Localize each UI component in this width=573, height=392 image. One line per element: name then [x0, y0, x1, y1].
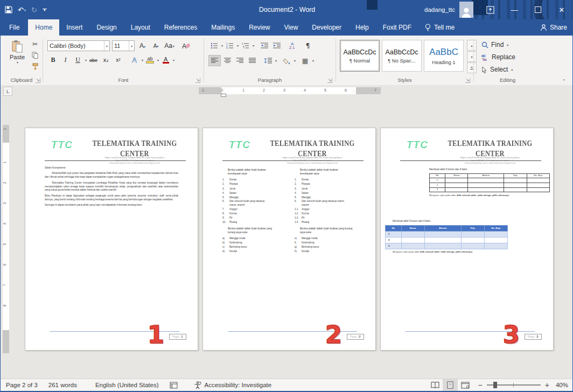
- paste-button[interactable]: Paste ▾: [6, 40, 29, 64]
- print-layout-button[interactable]: [443, 379, 458, 391]
- zoom-slider-handle[interactable]: [493, 382, 497, 388]
- language-indicator[interactable]: English (United States): [90, 382, 164, 388]
- tab-stop-selector[interactable]: L: [3, 87, 12, 96]
- text-effects-dropdown-arrow[interactable]: ▾: [142, 58, 143, 62]
- multilevel-list-button[interactable]: 1ai: [240, 40, 251, 51]
- word-count[interactable]: 261 words: [43, 382, 82, 388]
- horizontal-ruler[interactable]: 1 1 2 3 4 5 6 7: [199, 87, 381, 94]
- tab-file[interactable]: File: [1, 19, 28, 36]
- left-indent-marker[interactable]: [221, 94, 226, 97]
- styled-table[interactable]: NoNamaAlamatTelp.No. Baju 1 2 3: [385, 225, 508, 249]
- cut-button[interactable]: ✂: [30, 39, 40, 49]
- numbering-button[interactable]: 123: [224, 40, 235, 51]
- grow-font-button[interactable]: A▴: [137, 41, 148, 51]
- italic-button[interactable]: I: [60, 55, 71, 65]
- paragraph-dialog-launcher[interactable]: ↘: [327, 78, 332, 83]
- copy-button[interactable]: [30, 50, 40, 60]
- tab-design[interactable]: Design: [89, 19, 123, 36]
- plain-table[interactable]: NoNamaAlamatTelp.No. Baju 1 2 3: [429, 173, 550, 192]
- tab-view[interactable]: View: [277, 19, 305, 36]
- customize-qat-button[interactable]: ▾: [43, 9, 47, 11]
- page-1[interactable]: TTC TELEMATIKA TRAINING CENTER High Land…: [25, 128, 198, 351]
- document-canvas[interactable]: L 1 1 2 3 4 5 6 7 1 1 2 3 4 5 6 7 8 TTC …: [1, 85, 573, 379]
- align-right-button[interactable]: [234, 55, 246, 66]
- style-normal[interactable]: AaBbCcDc ¶ Normal: [340, 40, 380, 72]
- increase-indent-button[interactable]: [271, 40, 282, 51]
- text-effects-button[interactable]: A: [129, 55, 140, 65]
- page3-body[interactable]: Membuat table 5 kolom dan 4 baris NoNama…: [400, 168, 534, 254]
- user-avatar[interactable]: [459, 2, 473, 18]
- clear-formatting-button[interactable]: A: [180, 41, 192, 51]
- bold-button[interactable]: B: [47, 55, 59, 65]
- font-color-button[interactable]: A: [160, 55, 171, 65]
- replace-button[interactable]: abac Replace: [481, 52, 515, 62]
- zoom-slider[interactable]: [487, 384, 541, 386]
- save-button[interactable]: [5, 6, 12, 13]
- tab-help[interactable]: Help: [348, 19, 376, 36]
- superscript-button[interactable]: x²: [113, 55, 124, 65]
- change-case-button[interactable]: Aa▾: [164, 41, 175, 51]
- bullets-button[interactable]: [208, 40, 220, 51]
- page-indicator[interactable]: Page 2 of 3: [1, 382, 43, 388]
- tab-references[interactable]: References: [157, 19, 204, 36]
- justify-button[interactable]: [247, 55, 258, 66]
- line-spacing-button[interactable]: [262, 55, 274, 66]
- page-2[interactable]: TTC TELEMATIKA TRAINING CENTER High Land…: [202, 128, 376, 351]
- tab-mailings[interactable]: Mailings: [204, 19, 242, 36]
- collapse-ribbon-button[interactable]: ⌃: [562, 79, 566, 84]
- close-button[interactable]: ✕: [550, 0, 573, 19]
- strikethrough-button[interactable]: abe: [88, 55, 99, 65]
- numbering-dropdown-arrow[interactable]: ▾: [237, 44, 239, 47]
- ribbon-display-options-button[interactable]: [481, 0, 499, 19]
- right-indent-marker[interactable]: [352, 90, 356, 93]
- underline-button[interactable]: U: [72, 55, 83, 65]
- share-button[interactable]: Share: [540, 19, 567, 36]
- highlight-button[interactable]: ab: [144, 55, 156, 65]
- first-line-indent-marker[interactable]: [221, 87, 225, 90]
- sort-button[interactable]: AZ↓: [286, 40, 298, 51]
- page2-body[interactable]: Berikut adalah daftar buah-buahan kesuka…: [222, 166, 356, 254]
- bullets-dropdown-arrow[interactable]: ▾: [221, 44, 223, 47]
- style-heading1[interactable]: AaBbC Heading 1: [424, 40, 464, 72]
- multilevel-dropdown-arrow[interactable]: ▾: [253, 44, 254, 47]
- minimize-button[interactable]: —: [502, 0, 526, 19]
- zoom-out-button[interactable]: −: [478, 381, 483, 389]
- read-mode-button[interactable]: [428, 379, 443, 391]
- borders-button[interactable]: ▦: [299, 55, 311, 66]
- shading-button[interactable]: [281, 55, 292, 66]
- shading-dropdown-arrow[interactable]: ▾: [294, 59, 296, 62]
- tab-layout[interactable]: Layout: [124, 19, 157, 36]
- clipboard-dialog-launcher[interactable]: ↘: [36, 78, 40, 83]
- vertical-ruler[interactable]: 1 1 2 3 4 5 6 7 8: [3, 125, 9, 353]
- styles-dialog-launcher[interactable]: ↘: [465, 78, 470, 83]
- show-hide-pilcrow-button[interactable]: ¶: [302, 40, 313, 51]
- shrink-font-button[interactable]: A▾: [150, 41, 162, 51]
- align-left-button[interactable]: [208, 55, 221, 66]
- macro-record-button[interactable]: [164, 382, 183, 389]
- tab-foxit-pdf[interactable]: Foxit PDF: [376, 19, 418, 36]
- maximize-button[interactable]: [526, 0, 550, 19]
- tab-home[interactable]: Home: [28, 19, 59, 36]
- tab-developer[interactable]: Developer: [305, 19, 348, 36]
- select-button[interactable]: Select▾: [481, 64, 515, 75]
- decrease-indent-button[interactable]: [258, 40, 270, 51]
- zoom-level[interactable]: 40%: [556, 382, 568, 388]
- page1-body[interactable]: Salam Kompetensi Alhamdulillah puji syuk…: [45, 166, 178, 209]
- highlight-dropdown-arrow[interactable]: ▾: [157, 58, 159, 62]
- underline-dropdown-arrow[interactable]: ▾: [85, 58, 87, 62]
- redo-button[interactable]: ↻: [31, 6, 37, 14]
- tell-me-box[interactable]: Tell me: [418, 19, 461, 36]
- find-button[interactable]: Find▾: [481, 39, 515, 50]
- font-name-combo[interactable]: Calibri (Body)▾: [47, 40, 110, 51]
- web-layout-button[interactable]: [458, 379, 473, 391]
- borders-dropdown-arrow[interactable]: ▾: [312, 59, 314, 62]
- signed-in-user[interactable]: dadang_ttc: [424, 6, 455, 13]
- font-dialog-launcher[interactable]: ↘: [195, 78, 200, 83]
- page-3[interactable]: TTC TELEMATIKA TRAINING CENTER High Land…: [380, 128, 554, 351]
- tab-insert[interactable]: Insert: [59, 19, 89, 36]
- subscript-button[interactable]: x₂: [100, 55, 111, 65]
- accessibility-checker[interactable]: Accessibility: Investigate: [188, 381, 277, 389]
- font-size-combo[interactable]: 11▾: [112, 40, 135, 51]
- style-no-spacing[interactable]: AaBbCcDc ¶ No Spac...: [382, 40, 422, 72]
- format-painter-button[interactable]: [30, 61, 40, 72]
